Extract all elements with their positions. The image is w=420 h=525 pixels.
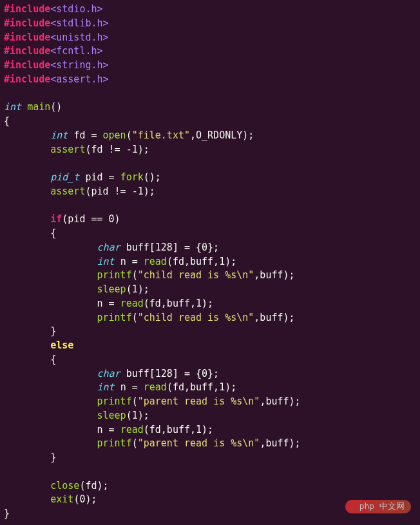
watermark-badge: php 中文网 <box>345 500 411 513</box>
code-block: #include<stdio.h> #include<stdlib.h> #in… <box>0 0 420 524</box>
